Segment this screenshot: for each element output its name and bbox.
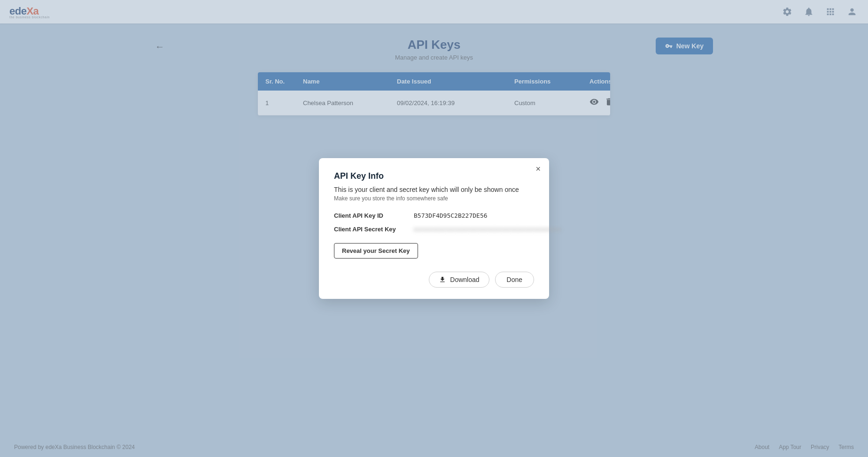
done-button[interactable]: Done [495,272,534,288]
reveal-secret-key-button[interactable]: Reveal your Secret Key [334,243,418,259]
client-api-key-id-row: Client API Key ID B573DF4D95C2B227DE56 [334,212,534,219]
modal-footer: Download Done [334,272,534,288]
modal-description: This is your client and secret key which… [334,186,534,193]
download-label: Download [450,276,479,283]
client-api-secret-key-label: Client API Secret Key [334,226,414,233]
modal-overlay: × API Key Info This is your client and s… [0,0,868,457]
modal-note: Make sure you store the info somewhere s… [334,195,534,202]
client-api-secret-key-row: Client API Secret Key ●●●●●●●●●●●●●●●●●●… [334,226,534,233]
api-key-info-modal: × API Key Info This is your client and s… [319,158,549,299]
main-content: ← API Keys Manage and create API keys Ne… [0,23,868,437]
download-button[interactable]: Download [429,272,489,288]
client-api-secret-key-value: ●●●●●●●●●●●●●●●●●●●●●●●●●●●●●●●● [414,226,562,233]
download-icon [439,276,446,283]
client-api-key-id-label: Client API Key ID [334,212,414,219]
client-api-key-id-value: B573DF4D95C2B227DE56 [414,212,488,219]
modal-title: API Key Info [334,171,534,181]
modal-close-button[interactable]: × [535,165,541,173]
